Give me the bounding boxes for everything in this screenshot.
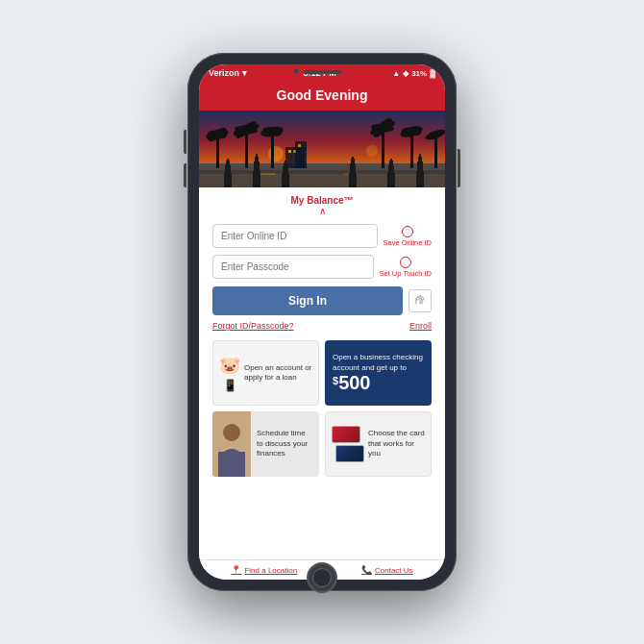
svg-point-33 bbox=[223, 424, 240, 441]
svg-point-25 bbox=[399, 124, 424, 139]
phone-card-icon: 📱 bbox=[223, 379, 237, 392]
svg-rect-35 bbox=[218, 452, 245, 477]
svg-rect-0 bbox=[199, 111, 445, 187]
svg-rect-31 bbox=[343, 173, 358, 175]
mini-card-blue bbox=[335, 445, 364, 462]
signin-row: Sign In bbox=[212, 286, 432, 315]
volume-up-button bbox=[184, 130, 186, 154]
svg-rect-20 bbox=[382, 128, 384, 168]
front-camera bbox=[293, 68, 299, 74]
svg-point-14 bbox=[261, 126, 282, 138]
save-online-id-label[interactable]: Save Online ID bbox=[384, 226, 432, 247]
piggy-icon: 🐷 bbox=[219, 355, 240, 376]
choose-card-card[interactable]: Choose the card that works for you bbox=[325, 411, 432, 477]
svg-rect-15 bbox=[285, 147, 305, 168]
carrier-text: Verizon bbox=[209, 68, 239, 78]
passcode-row: Set Up Touch ID bbox=[212, 255, 432, 279]
contact-us-text: Contact Us bbox=[375, 566, 413, 575]
schedule-text-container: Schedule time to discuss your finances bbox=[251, 411, 319, 477]
svg-rect-29 bbox=[199, 170, 445, 174]
battery-text: 31% bbox=[411, 69, 427, 78]
svg-rect-16 bbox=[295, 141, 307, 168]
svg-rect-19 bbox=[298, 144, 301, 147]
svg-point-22 bbox=[371, 123, 395, 133]
home-button-inner bbox=[312, 568, 332, 587]
svg-rect-12 bbox=[271, 132, 274, 168]
fingerprint-icon[interactable] bbox=[409, 289, 432, 312]
open-account-text: Open an account or apply for a loan bbox=[244, 363, 312, 384]
schedule-card[interactable]: Schedule time to discuss your finances bbox=[212, 411, 319, 477]
svg-rect-4 bbox=[216, 135, 219, 168]
save-online-id-radio[interactable] bbox=[402, 226, 413, 237]
balance-caret: ∧ bbox=[212, 206, 432, 216]
hero-image bbox=[199, 111, 445, 187]
mini-card-red bbox=[332, 426, 360, 443]
speaker bbox=[303, 70, 341, 74]
svg-rect-18 bbox=[293, 150, 296, 153]
svg-rect-8 bbox=[245, 130, 248, 168]
signal-icon: ▲ bbox=[392, 69, 400, 78]
status-left: Verizon ▾ bbox=[209, 68, 247, 78]
credit-cards-image bbox=[332, 426, 364, 462]
battery-icon: ▓ bbox=[430, 69, 435, 78]
status-right: ▲ ◆ 31% ▓ bbox=[392, 69, 435, 78]
svg-rect-1 bbox=[199, 163, 445, 187]
svg-point-7 bbox=[207, 125, 229, 143]
contact-us-link[interactable]: 📞 Contact Us bbox=[361, 565, 413, 575]
nav-icon: ◆ bbox=[403, 69, 409, 78]
choose-card-text: Choose the card that works for you bbox=[368, 429, 425, 458]
promo-cards: 🐷 📱 Open an account or apply for a loan … bbox=[212, 340, 432, 477]
home-button[interactable] bbox=[307, 562, 337, 593]
header-title: Good Evening bbox=[199, 87, 445, 103]
links-row: Forgot ID/Passcode? Enroll bbox=[212, 321, 432, 331]
setup-touch-id-radio[interactable] bbox=[400, 257, 411, 268]
svg-rect-30 bbox=[257, 173, 276, 175]
svg-point-26 bbox=[401, 126, 421, 136]
svg-point-13 bbox=[260, 125, 284, 138]
signin-button[interactable]: Sign In bbox=[212, 286, 403, 315]
phone-screen: Verizon ▾ 8:12 PM ▲ ◆ 31% ▓ Good Evening bbox=[199, 64, 445, 580]
amount-display: $500 bbox=[333, 373, 424, 393]
online-id-input[interactable] bbox=[212, 224, 378, 248]
main-content: My Balance™ ∧ Save Online ID Set Up To bbox=[199, 187, 445, 559]
business-checking-card[interactable]: Open a business checking account and get… bbox=[325, 340, 432, 406]
phone-icon: 📞 bbox=[361, 565, 372, 575]
svg-point-2 bbox=[268, 146, 284, 161]
volume-down-button bbox=[184, 163, 186, 187]
currency-symbol: $ bbox=[333, 376, 338, 386]
app-header: Good Evening bbox=[199, 82, 445, 111]
svg-point-3 bbox=[366, 145, 378, 157]
open-account-card[interactable]: 🐷 📱 Open an account or apply for a loan bbox=[212, 340, 319, 406]
svg-rect-17 bbox=[288, 150, 291, 153]
card-amount: $500 bbox=[333, 372, 371, 393]
schedule-text: Schedule time to discuss your finances bbox=[257, 429, 313, 458]
location-icon: 📍 bbox=[231, 565, 241, 575]
find-location-link[interactable]: 📍 Find a Location bbox=[231, 565, 297, 575]
card-icons: 🐷 📱 bbox=[219, 355, 240, 392]
phone-shell: Verizon ▾ 8:12 PM ▲ ◆ 31% ▓ Good Evening bbox=[187, 53, 457, 591]
business-card-text: Open a business checking account and get… bbox=[333, 353, 424, 373]
setup-touch-id-label[interactable]: Set Up Touch ID bbox=[380, 257, 432, 278]
power-button bbox=[458, 149, 460, 187]
forgot-link[interactable]: Forgot ID/Passcode? bbox=[212, 321, 294, 331]
login-form: Save Online ID Set Up Touch ID bbox=[212, 224, 432, 279]
wifi-icon: ▾ bbox=[242, 68, 247, 78]
svg-rect-24 bbox=[410, 132, 413, 168]
svg-point-6 bbox=[207, 129, 227, 139]
svg-rect-27 bbox=[434, 135, 437, 168]
svg-point-5 bbox=[205, 127, 230, 142]
svg-point-10 bbox=[235, 125, 259, 135]
balance-title: My Balance™ bbox=[212, 195, 432, 206]
passcode-input[interactable] bbox=[212, 255, 374, 279]
find-location-text: Find a Location bbox=[244, 566, 297, 575]
person-image bbox=[212, 411, 251, 477]
balance-section: My Balance™ ∧ bbox=[212, 195, 432, 216]
enroll-link[interactable]: Enroll bbox=[409, 321, 432, 331]
online-id-row: Save Online ID bbox=[212, 224, 432, 248]
svg-point-28 bbox=[424, 127, 445, 141]
